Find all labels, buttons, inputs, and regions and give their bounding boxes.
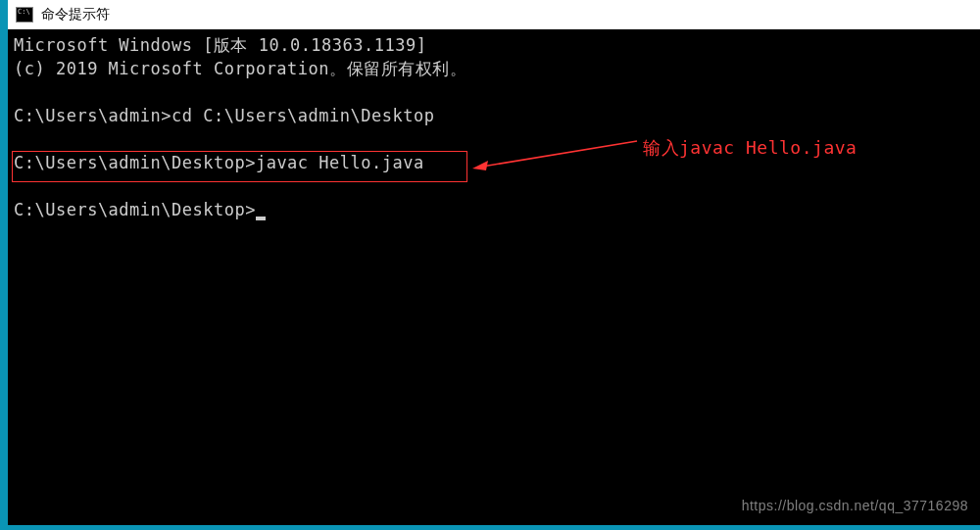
window-title: 命令提示符 bbox=[41, 6, 110, 24]
prompt: C:\Users\admin\Desktop> bbox=[14, 200, 256, 219]
terminal-blank-line bbox=[14, 174, 974, 198]
terminal-blank-line bbox=[14, 80, 974, 104]
cmd-icon bbox=[16, 7, 33, 23]
terminal-output-line: (c) 2019 Microsoft Corporation。保留所有权利。 bbox=[14, 57, 974, 80]
terminal-output-line: Microsoft Windows [版本 10.0.18363.1139] bbox=[14, 33, 974, 57]
terminal-command-line: C:\Users\admin>cd C:\Users\admin\Desktop bbox=[14, 104, 974, 127]
command-prompt-window: 命令提示符 Microsoft Windows [版本 10.0.18363.1… bbox=[8, 0, 980, 525]
command-text: cd C:\Users\admin\Desktop bbox=[172, 106, 434, 125]
cursor bbox=[256, 217, 266, 220]
annotation-text: 输入javac Hello.java bbox=[643, 136, 857, 160]
terminal-prompt-line: C:\Users\admin\Desktop> bbox=[14, 198, 974, 221]
command-text: javac Hello.java bbox=[256, 153, 424, 172]
terminal-area[interactable]: Microsoft Windows [版本 10.0.18363.1139] (… bbox=[8, 29, 980, 525]
prompt: C:\Users\admin> bbox=[14, 106, 172, 125]
prompt: C:\Users\admin\Desktop> bbox=[14, 153, 256, 172]
titlebar[interactable]: 命令提示符 bbox=[8, 0, 980, 29]
watermark: https://blog.csdn.net/qq_37716298 bbox=[742, 494, 968, 517]
